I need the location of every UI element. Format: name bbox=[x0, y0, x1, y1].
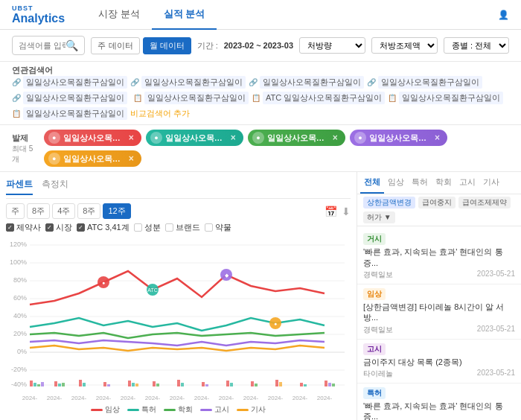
news-source-2: 타이레놀 bbox=[363, 369, 393, 379]
svg-text:03-02: 03-02 bbox=[293, 401, 308, 401]
svg-text:20%: 20% bbox=[13, 330, 27, 337]
download-icon[interactable]: ⬇ bbox=[342, 206, 351, 217]
filter-atc[interactable]: ATC 3,41계 bbox=[77, 222, 130, 233]
svg-rect-54 bbox=[325, 381, 327, 386]
tab-market[interactable]: 시장 분석 bbox=[86, 0, 152, 30]
news-source-1: 경력일보 bbox=[363, 325, 393, 335]
news-tab-notice[interactable]: 고시 bbox=[456, 172, 479, 194]
keyword-item-atc[interactable]: 📋ATC 일일상사오목질환구삼일이 bbox=[252, 92, 385, 104]
pill-close-5[interactable]: × bbox=[129, 153, 134, 164]
calendar-icon[interactable]: 📅 bbox=[325, 206, 337, 217]
time-12w[interactable]: 12주 bbox=[103, 203, 130, 219]
tab-performance[interactable]: 실적 분석 bbox=[152, 0, 217, 30]
news-tab-clinical[interactable]: 임상 bbox=[384, 172, 408, 194]
news-item-3[interactable]: 특허 '빠른 효과, 지속되는 효과' 현대인의 통증... 경력일보 2023… bbox=[357, 384, 521, 420]
news-meta-1: 경력일보 2023-05-21 bbox=[363, 325, 515, 335]
keyword-item[interactable]: 📋일일상사오목질환구삼일이 bbox=[133, 92, 249, 104]
drug-pill-4[interactable]: ● 일일상사오목질환구삼일이 × bbox=[350, 130, 447, 146]
drug-pill-1[interactable]: ● 일일상사오목질환구삼일이 × bbox=[44, 130, 141, 146]
chart-tab-measure[interactable]: 측정치 bbox=[42, 178, 68, 195]
add-comparison-button[interactable]: 비교검색어 추가 bbox=[130, 108, 190, 119]
svg-rect-42 bbox=[177, 380, 180, 386]
keyword-item[interactable]: 🔗일일상사오목질환구삼일이 bbox=[12, 76, 127, 89]
news-item-2[interactable]: 고시 금이주지 대상 목록 (2종목) 타이레놀 2023-05-21 bbox=[357, 340, 521, 384]
pill-icon-5: ● bbox=[48, 153, 60, 165]
chart-filters: 제약사 시장 ATC 3,41계 성분 브랜드 약물 bbox=[6, 222, 351, 233]
legend-lecture: 학회 bbox=[164, 404, 193, 415]
type-select[interactable]: 종별 : 전체 bbox=[444, 37, 509, 54]
line-chart: 120% 100% 80% 60% 40% 20% 0% -20% -40% bbox=[6, 238, 348, 401]
time-8w-1[interactable]: 8주 bbox=[27, 203, 50, 219]
filter-ingredient[interactable]: 성분 bbox=[134, 222, 161, 233]
time-4w[interactable]: 4주 bbox=[52, 203, 75, 219]
legend-clinical-line bbox=[91, 409, 103, 411]
news-source-0: 경력일보 bbox=[363, 270, 393, 280]
time-8w-2[interactable]: 8주 bbox=[77, 203, 100, 219]
keyword-item[interactable]: 🔗일일상사오목질환구삼일이 bbox=[249, 76, 364, 89]
svg-rect-53 bbox=[304, 384, 307, 386]
user-icon[interactable]: 👤 bbox=[498, 10, 509, 20]
pill-close-3[interactable]: × bbox=[333, 133, 338, 143]
news-date-2: 2023-05-21 bbox=[477, 369, 515, 379]
keyword-item[interactable]: 🔗일일상사오목질환구삼일이 bbox=[130, 76, 246, 89]
filter-brand-checkbox[interactable] bbox=[165, 223, 173, 232]
major-data-button[interactable]: 주 데이터 bbox=[91, 37, 139, 54]
sort-detail-select[interactable]: 처방조제액 bbox=[371, 37, 438, 54]
pill-close-1[interactable]: × bbox=[129, 133, 134, 143]
chart-tab-percent[interactable]: 파센트 bbox=[6, 178, 33, 195]
monthly-data-button[interactable]: 월 데이터 bbox=[143, 37, 191, 54]
news-tab-patent[interactable]: 특허 bbox=[408, 172, 432, 194]
news-badge-0: 거시 bbox=[363, 233, 386, 245]
news-item-1[interactable]: 임상 [상한금액변경] 타이레놀 8시간이 알 서방... 경력일보 2023-… bbox=[357, 284, 521, 340]
filter-drug[interactable]: 약물 bbox=[205, 222, 231, 233]
news-tab-lecture[interactable]: 학회 bbox=[432, 172, 456, 194]
news-filter-new-drugs[interactable]: 허가 ▼ bbox=[363, 211, 395, 223]
filter-drug-checkbox[interactable] bbox=[205, 223, 213, 232]
drug-pill-5[interactable]: ● 일일상사오목질환구삼일이 × bbox=[44, 150, 141, 167]
drug-pill-3[interactable]: ● 일일상사오목질환구삼일이 × bbox=[248, 130, 345, 146]
pill-label-3: 일일상사오목질환구삼일이 bbox=[267, 133, 327, 144]
legend-lecture-line bbox=[164, 409, 176, 411]
pill-close-4[interactable]: × bbox=[435, 133, 440, 143]
svg-rect-29 bbox=[41, 382, 44, 386]
drugs-label: 발제 bbox=[12, 133, 42, 144]
chart-wrapper: 120% 100% 80% 60% 40% 20% 0% -20% -40% bbox=[6, 238, 351, 415]
news-filter-price-reduction[interactable]: 급여조제제약 bbox=[458, 197, 511, 209]
legend-patent: 특허 bbox=[127, 404, 156, 415]
keyword-item[interactable]: 📋일일상사오목질환구삼일이 bbox=[388, 92, 503, 104]
svg-text:03-02: 03-02 bbox=[71, 401, 87, 401]
keyword-item[interactable]: 🔗일일상사오목질환구삼일이 bbox=[12, 92, 127, 104]
svg-text:-40%: -40% bbox=[11, 381, 27, 388]
filter-market[interactable]: 시장 bbox=[45, 222, 72, 233]
keyword-item[interactable]: 🔗일일상사오목질환구삼일이 bbox=[367, 76, 482, 89]
news-tab-article[interactable]: 기사 bbox=[479, 172, 503, 194]
search-button[interactable]: 🔍 bbox=[65, 39, 78, 51]
keyword-item[interactable]: 📋일일상사오목질환구삼일이 bbox=[12, 107, 127, 120]
svg-rect-46 bbox=[226, 381, 229, 386]
filter-ingredient-checkbox[interactable] bbox=[134, 223, 142, 232]
svg-rect-38 bbox=[132, 383, 135, 386]
svg-text:80%: 80% bbox=[13, 276, 27, 284]
svg-rect-32 bbox=[62, 383, 65, 386]
time-week[interactable]: 주 bbox=[6, 203, 25, 219]
filter-brand[interactable]: 브랜드 bbox=[165, 222, 200, 233]
news-tab-all[interactable]: 전체 bbox=[360, 172, 384, 194]
svg-rect-51 bbox=[279, 382, 282, 386]
filter-atc-checkbox[interactable] bbox=[77, 223, 85, 232]
svg-rect-30 bbox=[54, 381, 57, 386]
svg-rect-55 bbox=[328, 383, 331, 386]
filter-market-checkbox[interactable] bbox=[45, 223, 54, 232]
search-input[interactable] bbox=[19, 41, 65, 50]
news-filter-insurance-price[interactable]: 급여중지 bbox=[418, 197, 456, 209]
pill-label-2: 일일상사오목질환구삼일이 bbox=[165, 133, 225, 144]
filter-manufacturer-checkbox[interactable] bbox=[6, 223, 14, 232]
news-filter-price-change[interactable]: 상한금액변경 bbox=[363, 197, 415, 209]
pill-close-2[interactable]: × bbox=[231, 133, 236, 143]
filter-manufacturer[interactable]: 제약사 bbox=[6, 222, 41, 233]
svg-rect-49 bbox=[255, 384, 258, 386]
svg-rect-39 bbox=[135, 384, 138, 386]
news-item-0[interactable]: 거시 '빠른 효과, 지속되는 효과' 현대인의 통증... 경력일보 2023… bbox=[357, 229, 521, 284]
drug-pill-2[interactable]: ● 일일상사오목질환구삼일이 × bbox=[146, 130, 243, 146]
time-buttons: 주 8주 4주 8주 12주 bbox=[6, 203, 131, 219]
sort-select[interactable]: 처방량 처방조제액 bbox=[299, 37, 365, 54]
